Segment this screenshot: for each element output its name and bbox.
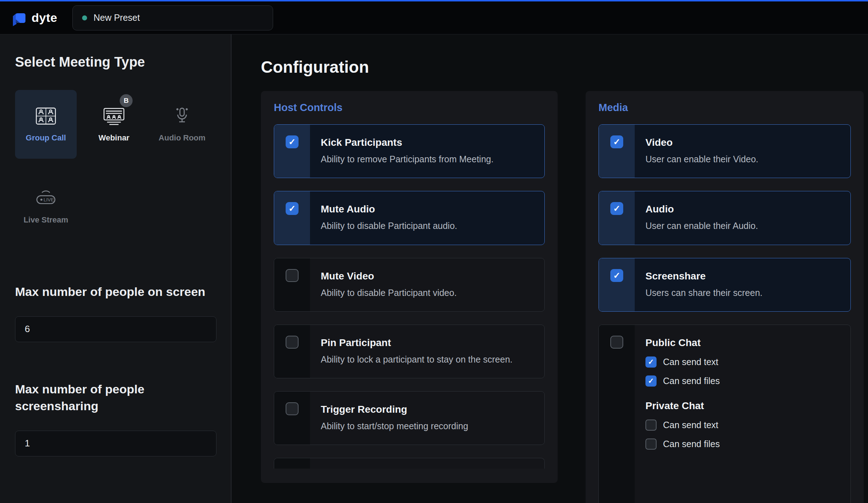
checkbox-cell	[274, 325, 310, 378]
checkbox-cell	[599, 258, 635, 311]
svg-text:LIVE: LIVE	[43, 197, 54, 202]
meeting-type-label: Webinar	[99, 133, 129, 143]
public-can-send-text-checkbox[interactable]	[645, 356, 657, 368]
setting-card-mute-video: Mute Video Ability to disable Participan…	[274, 258, 545, 312]
brand-name: dyte	[32, 11, 57, 25]
mute-audio-checkbox[interactable]	[286, 202, 299, 215]
setting-card-screenshare: Screenshare Users can share their screen…	[598, 258, 851, 312]
topbar: dyte New Preset	[0, 0, 868, 34]
setting-card-trigger-recording: Trigger Recording Ability to start/stop …	[274, 391, 545, 445]
private-can-send-text-checkbox[interactable]	[645, 420, 657, 431]
sidebar: Select Meeting Type Group Call B	[0, 34, 232, 503]
page-title: Configuration	[261, 57, 868, 77]
setting-card-kick-participants: Kick Participants Ability to remove Part…	[274, 124, 545, 178]
public-chat-checkbox[interactable]	[610, 336, 623, 349]
public-can-send-text-row: Can send text	[645, 356, 840, 368]
webinar-beta-badge: B	[120, 94, 133, 107]
setting-card-audio: Audio User can enable their Audio.	[598, 191, 851, 245]
pin-participant-checkbox[interactable]	[286, 336, 299, 349]
host-controls-title: Host Controls	[274, 102, 545, 114]
meeting-type-webinar[interactable]: B Webinar	[83, 90, 145, 159]
brand[interactable]: dyte	[11, 10, 57, 26]
preset-status-dot-icon	[82, 15, 87, 20]
setting-card-partial	[274, 458, 545, 469]
checkbox-cell	[599, 325, 635, 503]
checkbox-cell	[274, 125, 310, 178]
setting-description: Ability to start/stop meeting recording	[321, 420, 534, 432]
option-label: Can send files	[663, 439, 720, 449]
media-section: Media Video User can enable their Video.	[586, 91, 864, 503]
setting-title: Video	[645, 137, 840, 148]
dyte-logo-icon	[11, 10, 27, 26]
setting-title: Pin Participant	[321, 337, 534, 349]
setting-title: Mute Video	[321, 270, 534, 282]
setting-title: Mute Audio	[321, 203, 534, 215]
setting-card-mute-audio: Mute Audio Ability to disable Participan…	[274, 191, 545, 245]
trigger-recording-checkbox[interactable]	[286, 402, 299, 415]
option-label: Can send text	[663, 420, 718, 430]
setting-card-chat: Public Chat Can send text Can send files…	[598, 325, 851, 503]
preset-name-field[interactable]: New Preset	[72, 5, 273, 30]
setting-title: Kick Participants	[321, 137, 534, 148]
private-can-send-files-checkbox[interactable]	[645, 439, 657, 450]
private-can-send-files-row: Can send files	[645, 439, 840, 450]
mute-video-checkbox[interactable]	[286, 269, 299, 282]
public-can-send-files-row: Can send files	[645, 375, 840, 387]
webinar-icon	[102, 106, 125, 126]
setting-description: Ability to remove Participants from Meet…	[321, 153, 534, 166]
setting-description: Ability to disable Participant audio.	[321, 219, 534, 232]
meeting-type-label: Live Stream	[24, 215, 68, 225]
setting-title: Screenshare	[645, 270, 840, 282]
max-people-screen-label: Max number of people on screen	[15, 283, 209, 301]
max-people-screenshare-label: Max number of people screensharing	[15, 381, 209, 415]
meeting-type-live-stream[interactable]: LIVE Live Stream	[15, 172, 77, 241]
checkbox-cell	[599, 125, 635, 178]
meeting-type-tiles: Group Call B Webinar	[15, 90, 216, 241]
max-people-screen-input[interactable]	[15, 316, 216, 342]
setting-card-video: Video User can enable their Video.	[598, 124, 851, 178]
setting-title: Audio	[645, 203, 840, 215]
kick-participants-checkbox[interactable]	[286, 135, 299, 148]
checkbox-cell	[274, 191, 310, 244]
meeting-type-label: Audio Room	[159, 133, 206, 143]
checkbox-cell	[274, 258, 310, 311]
public-chat-title: Public Chat	[645, 337, 840, 349]
private-chat-title: Private Chat	[645, 400, 840, 412]
setting-description: Ability to lock a participant to stay on…	[321, 353, 534, 366]
setting-card-pin-participant: Pin Participant Ability to lock a partic…	[274, 325, 545, 378]
main-content: Configuration Host Controls Kick Partici…	[232, 34, 868, 503]
host-controls-section: Host Controls Kick Participants Ability …	[261, 91, 558, 483]
preset-name: New Preset	[94, 13, 140, 23]
group-call-icon	[34, 106, 57, 126]
audio-room-icon	[171, 106, 193, 126]
max-people-screenshare-input[interactable]	[15, 431, 216, 456]
meeting-type-label: Group Call	[26, 133, 66, 143]
checkbox-cell	[599, 191, 635, 244]
setting-title: Trigger Recording	[321, 404, 534, 415]
meeting-type-group-call[interactable]: Group Call	[15, 90, 77, 159]
setting-description: Ability to disable Participant video.	[321, 286, 534, 299]
setting-description: User can enable their Video.	[645, 153, 840, 166]
option-label: Can send files	[663, 376, 720, 386]
public-can-send-files-checkbox[interactable]	[645, 375, 657, 387]
setting-description: User can enable their Audio.	[645, 219, 840, 232]
option-label: Can send text	[663, 357, 718, 367]
private-can-send-text-row: Can send text	[645, 420, 840, 431]
setting-description: Users can share their screen.	[645, 286, 840, 299]
meeting-type-audio-room[interactable]: Audio Room	[151, 90, 213, 159]
video-checkbox[interactable]	[610, 135, 623, 148]
checkbox-cell	[274, 458, 310, 469]
media-title: Media	[598, 102, 851, 114]
meeting-type-title: Select Meeting Type	[15, 54, 216, 70]
audio-checkbox[interactable]	[610, 202, 623, 215]
live-stream-icon: LIVE	[33, 189, 58, 208]
checkbox-cell	[274, 392, 310, 445]
screenshare-checkbox[interactable]	[610, 269, 623, 282]
